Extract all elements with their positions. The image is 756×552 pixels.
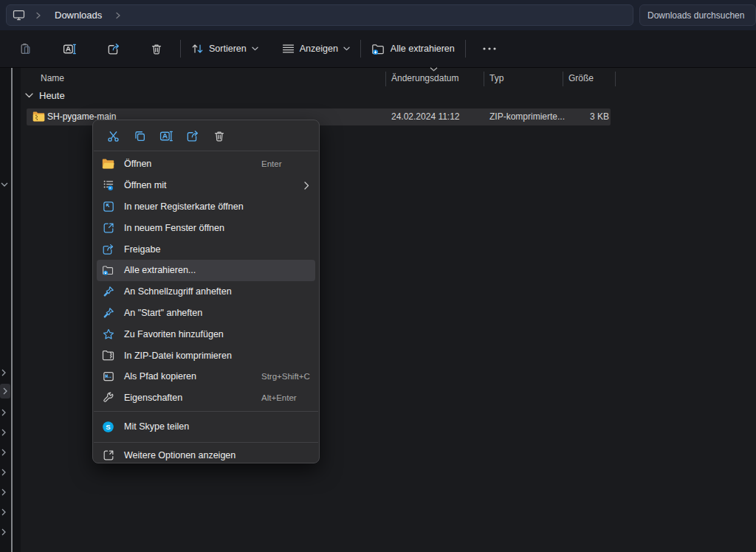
extract-folder-icon (371, 43, 385, 55)
delete-button[interactable] (137, 35, 176, 62)
star-icon (102, 328, 114, 340)
menu-item-label: In neuer Registerkarte öffnen (124, 201, 261, 212)
menu-item-zip-komprimieren[interactable]: In ZIP-Datei komprimieren (97, 345, 315, 366)
column-header-modified[interactable]: Änderungsdatum (391, 73, 458, 83)
rename-button[interactable] (153, 125, 179, 148)
search-placeholder: Downloads durchsuchen (647, 10, 744, 21)
share-icon (107, 43, 120, 55)
open-with-icon (102, 179, 114, 192)
tree-expand-chevron-icon[interactable] (1, 528, 7, 536)
tree-expand-chevron-icon[interactable] (1, 489, 7, 496)
menu-item-label: In neuem Fenster öffnen (124, 223, 261, 233)
chevron-down-icon (252, 46, 258, 51)
address-bar[interactable]: Downloads (6, 4, 633, 26)
toolbar-separator (180, 40, 181, 58)
column-resizer[interactable] (385, 72, 386, 86)
tree-expand-chevron-icon[interactable] (1, 449, 7, 456)
cut-button[interactable] (100, 125, 126, 148)
navigation-pane-scrollbar[interactable] (11, 68, 13, 552)
share-button[interactable] (94, 35, 133, 62)
menu-item-skype-teilen[interactable]: S Mit Skype teilen (97, 414, 315, 440)
menu-item-start-anheften[interactable]: An "Start" anheften (97, 303, 315, 324)
column-header-name[interactable]: Name (41, 73, 64, 83)
pin-icon (102, 286, 114, 298)
group-collapse-chevron-icon[interactable] (25, 93, 33, 98)
rename-button[interactable] (50, 35, 89, 62)
menu-item-shortcut: Strg+Shift+C (261, 372, 310, 381)
more-options-button[interactable] (470, 35, 509, 62)
sort-arrows-icon (191, 43, 204, 55)
menu-item-label: Zu Favoriten hinzufügen (124, 329, 261, 339)
view-button[interactable]: Anzeigen (276, 35, 356, 62)
tree-expand-chevron-icon[interactable] (1, 469, 7, 476)
submenu-chevron-icon (304, 182, 309, 190)
menu-item-freigabe[interactable]: Freigabe (97, 238, 315, 260)
zip-folder-icon (32, 111, 45, 122)
svg-text:S: S (106, 423, 110, 431)
search-input[interactable]: Downloads durchsuchen (639, 4, 756, 26)
file-modified: 24.02.2024 11:12 (391, 111, 460, 122)
paste-button[interactable] (6, 35, 44, 62)
tree-expand-chevron-icon[interactable] (1, 429, 7, 436)
menu-item-favoriten[interactable]: Zu Favoriten hinzufügen (97, 323, 315, 345)
breadcrumb-downloads[interactable]: Downloads (52, 8, 105, 22)
tree-expand-chevron-icon[interactable] (1, 409, 7, 416)
this-pc-monitor-icon[interactable] (13, 10, 25, 21)
group-header-heute[interactable]: Heute (25, 90, 65, 101)
copy-path-icon (102, 370, 114, 383)
rename-icon (63, 43, 77, 55)
column-resizer[interactable] (484, 72, 484, 86)
menu-item-weitere-optionen[interactable]: Weitere Optionen anzeigen (97, 445, 315, 463)
extract-all-label: Alle extrahieren (391, 44, 455, 54)
file-size: 3 KB (551, 111, 609, 122)
tree-expand-chevron-icon[interactable] (1, 508, 7, 516)
navigation-pane-edge (0, 68, 21, 552)
menu-item-label: Alle extrahieren... (124, 265, 261, 275)
column-resizer[interactable] (563, 72, 563, 86)
menu-item-shortcut: Alt+Enter (261, 393, 297, 402)
extract-all-button[interactable]: Alle extrahieren (365, 35, 461, 62)
breadcrumb-chevron-icon (35, 12, 41, 19)
menu-item-label: An Schnellzugriff anheften (124, 286, 261, 297)
breadcrumb-chevron-icon[interactable] (115, 12, 121, 19)
menu-item-schnellzugriff-anheften[interactable]: An Schnellzugriff anheften (97, 281, 315, 303)
tree-expand-chevron-icon[interactable] (0, 384, 10, 399)
view-list-icon (282, 44, 295, 54)
title-address-bar: Downloads Downloads durchsuchen (0, 0, 756, 30)
cut-scissors-icon (107, 130, 120, 142)
share-button[interactable] (179, 125, 206, 148)
toolbar-separator (360, 40, 361, 58)
folder-open-icon (102, 158, 114, 170)
show-more-options-icon (102, 449, 114, 462)
delete-button[interactable] (206, 125, 233, 148)
menu-item-label: In ZIP-Datei komprimieren (124, 351, 261, 361)
toolbar-separator (465, 40, 466, 58)
view-label: Anzeigen (300, 44, 338, 54)
menu-item-alle-extrahieren[interactable]: Alle extrahieren... (97, 260, 315, 281)
copy-icon (134, 130, 146, 142)
column-header-type[interactable]: Typ (489, 73, 504, 83)
copy-button[interactable] (126, 125, 153, 148)
share-icon (102, 243, 114, 255)
menu-item-label: Als Pfad kopieren (124, 371, 261, 382)
menu-item-label: Weitere Optionen anzeigen (124, 450, 261, 460)
menu-separator (94, 151, 318, 151)
chevron-down-icon (343, 46, 350, 51)
menu-item-oeffnen-mit[interactable]: Öffnen mit (97, 175, 315, 196)
menu-item-pfad-kopieren[interactable]: Als Pfad kopieren Strg+Shift+C (97, 366, 315, 387)
column-resizer[interactable] (615, 72, 616, 86)
menu-item-neues-fenster[interactable]: In neuem Fenster öffnen (97, 217, 315, 238)
menu-item-label: Öffnen (124, 159, 261, 169)
share-icon (186, 130, 199, 142)
column-header-row: Name Änderungsdatum Typ Größe (21, 70, 756, 88)
tree-expand-chevron-icon[interactable] (1, 369, 7, 376)
column-header-size[interactable]: Größe (568, 73, 594, 83)
menu-item-neue-registerkarte[interactable]: In neuer Registerkarte öffnen (97, 196, 315, 218)
trash-icon (151, 43, 162, 55)
menu-item-eigenschaften[interactable]: Eigenschaften Alt+Enter (97, 387, 315, 409)
rename-icon (159, 130, 173, 142)
tree-expand-chevron-icon[interactable] (1, 181, 8, 188)
menu-item-oeffnen[interactable]: Öffnen Enter (97, 153, 315, 175)
sort-button[interactable]: Sortieren (185, 35, 264, 62)
properties-wrench-icon (102, 392, 114, 404)
